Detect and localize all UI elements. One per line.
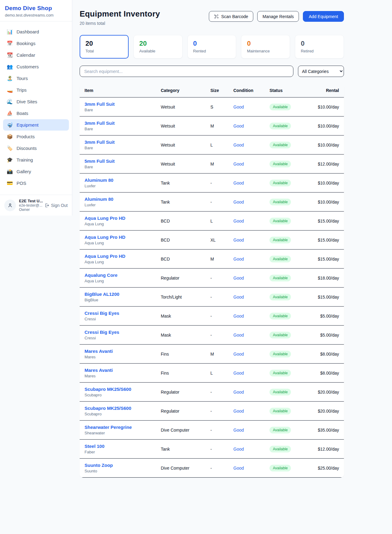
nav-item-icon: 👥 [7, 64, 13, 70]
condition-link[interactable]: Good [233, 428, 270, 433]
item-name-link[interactable]: Suunto Zoop [85, 463, 161, 468]
nav-item-icon: 🏷️ [7, 145, 13, 151]
item-name-link[interactable]: 3mm Full Suit [85, 120, 161, 126]
sidebar-nav-item[interactable]: 🤿 Equipment [3, 119, 69, 131]
condition-link[interactable]: Good [233, 333, 270, 338]
condition-link[interactable]: Good [233, 238, 270, 242]
item-cell: BigBlue AL1200 BigBlue [85, 292, 161, 302]
stat-value: 0 [193, 40, 231, 48]
condition-link[interactable]: Good [233, 409, 270, 414]
item-name-link[interactable]: BigBlue AL1200 [85, 292, 161, 297]
nav-item-icon: 📊 [7, 29, 13, 35]
condition-link[interactable]: Good [233, 200, 270, 204]
table-row: Cressi Big Eyes Cressi Mask - Good Avail… [80, 326, 344, 345]
item-name-link[interactable]: Steel 100 [85, 444, 161, 449]
item-name-link[interactable]: 3mm Full Suit [85, 139, 161, 145]
item-name-link[interactable]: Scubapro MK25/S600 [85, 387, 161, 392]
nav-item-label: Training [17, 157, 33, 162]
item-name-link[interactable]: Aqua Lung Pro HD [85, 254, 161, 259]
status-cell: Available [270, 294, 309, 300]
stat-value: 20 [139, 40, 177, 48]
table-row: 3mm Full Suit Bare Wetsuit M Good Availa… [80, 116, 344, 135]
sidebar-nav-item[interactable]: 🏝️ Tours [3, 73, 69, 84]
stat-card[interactable]: 20 Available [134, 35, 183, 59]
add-equipment-button[interactable]: Add Equipment [303, 11, 344, 22]
stat-card[interactable]: 0 Retired [295, 35, 344, 59]
condition-link[interactable]: Good [233, 295, 270, 299]
condition-link[interactable]: Good [233, 314, 270, 318]
status-badge: Available [270, 256, 291, 262]
item-name-link[interactable]: 3mm Full Suit [85, 101, 161, 107]
sidebar-nav-item[interactable]: 📸 Gallery [3, 166, 69, 177]
stat-card[interactable]: 20 Total [80, 35, 129, 59]
table-row: Mares Avanti Mares Fins M Good Available… [80, 345, 344, 364]
sidebar-nav-item[interactable]: ⛵ Boats [3, 108, 69, 119]
condition-link[interactable]: Good [233, 466, 270, 471]
condition-link[interactable]: Good [233, 124, 270, 128]
condition-link[interactable]: Good [233, 371, 270, 376]
condition-link[interactable]: Good [233, 257, 270, 261]
stat-card[interactable]: 0 Maintenance [241, 35, 290, 59]
size-cell: - [210, 314, 233, 318]
condition-link[interactable]: Good [233, 447, 270, 452]
condition-link[interactable]: Good [233, 162, 270, 166]
size-cell: L [210, 371, 233, 376]
item-cell: Aluminum 80 Luxfer [85, 196, 161, 207]
item-name-link[interactable]: Scubapro MK25/S600 [85, 406, 161, 411]
size-cell: M [210, 124, 233, 128]
search-input[interactable] [80, 66, 293, 77]
brand-name[interactable]: Demo Dive Shop [5, 5, 67, 12]
stat-value: 0 [301, 40, 338, 48]
item-name-link[interactable]: Cressi Big Eyes [85, 311, 161, 316]
item-name-link[interactable]: Mares Avanti [85, 349, 161, 354]
sign-out-button[interactable]: Sign Out [44, 203, 68, 208]
sidebar-nav-item[interactable]: 📅 Bookings [3, 38, 69, 49]
brand-domain: demo.test.divestreams.com [5, 13, 67, 17]
item-name-link[interactable]: Aqua Lung Pro HD [85, 235, 161, 240]
condition-link[interactable]: Good [233, 181, 270, 185]
scan-barcode-button[interactable]: Scan Barcode [209, 11, 253, 22]
sidebar-nav-item[interactable]: 💳 POS [3, 177, 69, 189]
table-row: Scubapro MK25/S600 Scubapro Regulator - … [80, 383, 344, 402]
sidebar-nav-item[interactable]: 📊 Dashboard [3, 26, 69, 37]
item-name-link[interactable]: Aqualung Core [85, 273, 161, 278]
condition-link[interactable]: Good [233, 219, 270, 223]
category-cell: Tank [161, 200, 210, 204]
item-brand: Aqua Lung [85, 222, 161, 226]
item-name-link[interactable]: Aluminum 80 [85, 177, 161, 183]
sidebar-nav-item[interactable]: 📆 Calendar [3, 49, 69, 61]
condition-link[interactable]: Good [233, 143, 270, 147]
status-cell: Available [270, 427, 309, 433]
sidebar-nav-item[interactable]: 🏷️ Discounts [3, 143, 69, 154]
nav-item-icon: 🤿 [7, 122, 13, 128]
stat-card[interactable]: 0 Rented [187, 35, 236, 59]
category-filter-select[interactable]: All Categories [298, 66, 344, 77]
condition-link[interactable]: Good [233, 105, 270, 109]
status-cell: Available [270, 408, 309, 414]
condition-link[interactable]: Good [233, 276, 270, 280]
item-name-link[interactable]: Mares Avanti [85, 368, 161, 373]
item-name-link[interactable]: Aqua Lung Pro HD [85, 216, 161, 221]
stat-label: Rented [193, 49, 231, 53]
item-name-link[interactable]: Shearwater Peregrine [85, 425, 161, 430]
condition-link[interactable]: Good [233, 390, 270, 395]
condition-link[interactable]: Good [233, 352, 270, 357]
status-badge: Available [270, 161, 291, 167]
item-brand: Scubapro [85, 412, 161, 416]
sidebar-nav-item[interactable]: 👥 Customers [3, 61, 69, 72]
nav-item-label: Customers [17, 64, 39, 69]
category-cell: BCD [161, 238, 210, 242]
size-cell: - [210, 409, 233, 414]
item-brand: Bare [85, 127, 161, 131]
sidebar-nav-item[interactable]: 🌊 Dive Sites [3, 96, 69, 107]
user-block: E2E Test U... e2e-tester@... Owner Sign … [0, 195, 72, 216]
item-name-link[interactable]: Cressi Big Eyes [85, 330, 161, 335]
rental-price: $12.00/day [309, 162, 339, 166]
sidebar-nav-item[interactable]: 🚤 Trips [3, 84, 69, 96]
item-name-link[interactable]: Aluminum 80 [85, 196, 161, 202]
nav-item-icon: 📅 [7, 40, 13, 46]
sidebar-nav-item[interactable]: 📦 Products [3, 131, 69, 142]
item-name-link[interactable]: 5mm Full Suit [85, 158, 161, 164]
manage-rentals-button[interactable]: Manage Rentals [257, 11, 299, 22]
sidebar-nav-item[interactable]: 🎓 Training [3, 154, 69, 166]
